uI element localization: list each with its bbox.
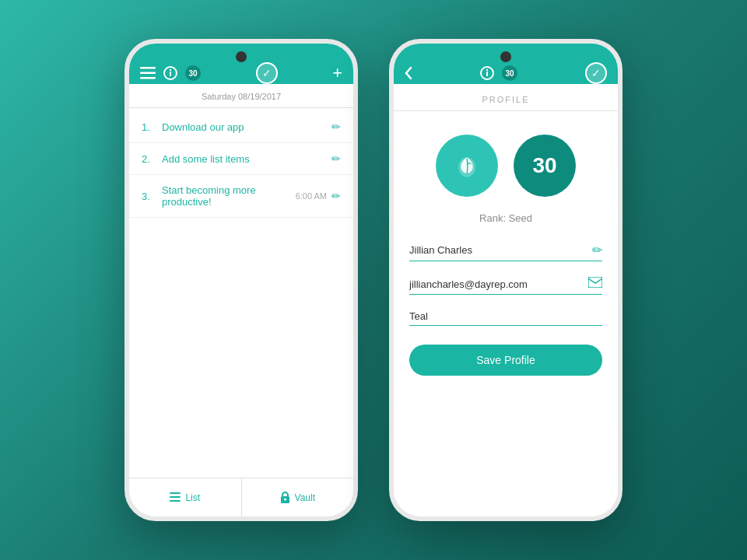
checkmark-icon[interactable]: ✓ (585, 62, 607, 84)
score-avatar: 30 (514, 135, 576, 197)
profile-avatars: 30 (394, 111, 618, 212)
bottom-nav: List Vault (129, 478, 353, 516)
phone-profile: 30 ✓ PROFILE 30 Rank: Seed ✏ (389, 39, 622, 521)
phone-notch (500, 51, 511, 62)
list-content: Saturday 08/19/2017 1. Download our app … (129, 84, 353, 478)
add-icon[interactable]: + (332, 63, 342, 83)
email-icon (588, 277, 602, 291)
list-badge: 30 (185, 65, 201, 81)
svg-rect-12 (486, 72, 488, 76)
color-value: Teal (409, 310, 602, 322)
profile-badge: 30 (502, 65, 517, 81)
svg-rect-7 (170, 496, 181, 498)
toolbar-left: 30 (140, 65, 201, 81)
nav-vault[interactable]: Vault (242, 478, 354, 516)
name-field-container: ✏ (409, 243, 602, 261)
email-field-container (409, 277, 602, 295)
list-toolbar: 30 ✓ + (129, 44, 353, 84)
seed-avatar (436, 135, 498, 197)
svg-rect-15 (588, 277, 602, 288)
toolbar-center: 30 (480, 65, 517, 81)
info-icon[interactable] (163, 66, 177, 80)
phone-list: 30 ✓ + Saturday 08/19/2017 1. Download o… (124, 39, 358, 521)
menu-icon[interactable] (140, 67, 156, 79)
svg-rect-4 (170, 72, 171, 76)
score-number: 30 (532, 153, 556, 178)
nav-vault-label: Vault (295, 492, 315, 503)
list-item: 3. Start becoming more productive! 6:00 … (129, 175, 353, 218)
profile-form: ✏ Teal Save Profile (394, 243, 618, 376)
item-text-1: Download our app (162, 121, 331, 133)
color-field-container: Teal (409, 310, 602, 326)
svg-rect-8 (170, 500, 181, 502)
save-profile-button[interactable]: Save Profile (409, 345, 602, 376)
item-number-3: 3. (142, 191, 157, 202)
info-icon[interactable] (480, 66, 494, 80)
item-time-3: 6:00 AM (296, 191, 327, 201)
svg-point-10 (284, 499, 286, 501)
svg-rect-2 (140, 77, 156, 79)
svg-rect-5 (170, 69, 171, 71)
checkmark-icon[interactable]: ✓ (256, 62, 278, 84)
svg-rect-1 (140, 72, 156, 75)
edit-icon-3[interactable]: ✏ (331, 190, 341, 202)
edit-name-icon[interactable]: ✏ (592, 243, 602, 257)
rank-label: Rank: Seed (394, 212, 618, 224)
list-item: 2. Add some list items ✏ (129, 143, 353, 175)
nav-list[interactable]: List (129, 478, 242, 516)
svg-rect-0 (140, 67, 156, 69)
name-input[interactable] (409, 244, 592, 256)
profile-toolbar: 30 ✓ (394, 44, 618, 84)
item-number-2: 2. (142, 153, 157, 165)
back-button[interactable] (405, 67, 412, 79)
nav-list-label: List (185, 492, 200, 503)
svg-rect-13 (486, 69, 488, 71)
item-text-2: Add some list items (162, 153, 331, 165)
item-number-1: 1. (142, 121, 157, 133)
date-header: Saturday 08/19/2017 (129, 84, 353, 108)
profile-content: PROFILE 30 Rank: Seed ✏ (394, 84, 618, 516)
list-item: 1. Download our app ✏ (129, 111, 353, 143)
profile-section-title: PROFILE (394, 84, 618, 111)
edit-icon-2[interactable]: ✏ (331, 152, 341, 165)
edit-icon-1[interactable]: ✏ (331, 121, 341, 133)
svg-rect-6 (170, 492, 181, 494)
email-input[interactable] (409, 278, 588, 290)
item-text-3: Start becoming more productive! (162, 184, 296, 208)
phone-notch (236, 51, 247, 62)
